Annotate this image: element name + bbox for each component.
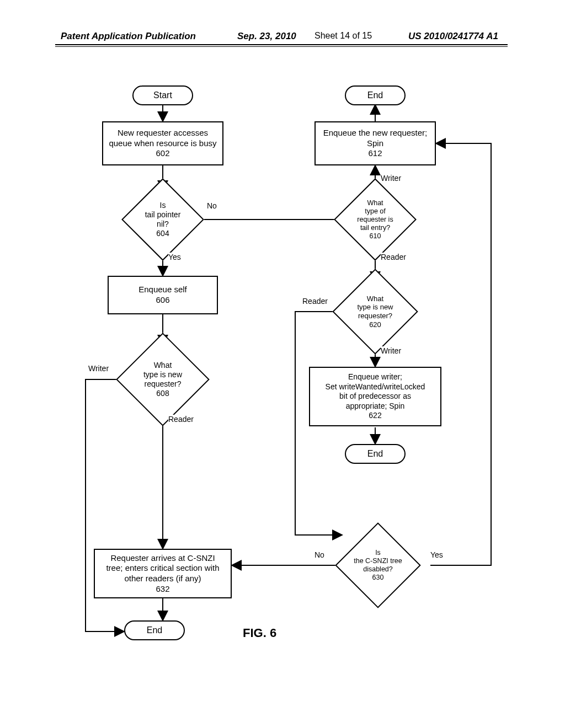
header-rule-thin [55,46,508,47]
process-606: Enqueue self 606 [108,276,218,314]
header-rule-thick [55,44,508,45]
header-pubno: US 2010/0241774 A1 [408,31,498,42]
process-622: Enqueue writer; Set writeWanted/writeLoc… [309,367,441,426]
terminator-start: Start [132,85,193,105]
decision-610-text: What type of requester is tail entry? 61… [346,190,404,249]
decision-630: Is the C-SNZI tree disabled? 630 [348,535,408,596]
edge-610-writer: Writer [381,174,401,183]
decision-604-text: Is tail pointer nil? 604 [134,190,192,249]
decision-620-text: What type is new requester? 620 [345,281,406,342]
edge-620-reader: Reader [302,297,328,306]
edge-630-yes: Yes [430,550,443,559]
end-top-label: End [367,90,383,100]
terminator-end-mid: End [345,444,406,464]
start-label: Start [153,90,172,100]
edge-630-no: No [315,550,324,559]
edge-608-reader: Reader [168,415,194,424]
edge-604-yes: Yes [168,253,181,261]
decision-608: What type is new requester? 608 [130,346,196,413]
decision-610: What type of requester is tail entry? 61… [346,190,404,249]
decision-630-text: Is the C-SNZI tree disabled? 630 [348,535,408,596]
header-left: Patent Application Publication [61,31,196,42]
edge-620-writer: Writer [381,346,401,355]
process-612: Enqueue the new requester; Spin 612 [315,121,436,165]
edge-608-writer: Writer [88,364,109,373]
header-date: Sep. 23, 2010 [237,31,296,42]
figure-label: FIG. 6 [243,626,276,640]
edge-604-no: No [207,201,217,210]
flowchart: Start New requester accesses queue when … [66,83,502,667]
terminator-end-top: End [345,85,406,105]
decision-608-text: What type is new requester? 608 [130,346,196,413]
header-sheet: Sheet 14 of 15 [315,31,372,41]
end-mid-label: End [367,449,383,459]
process-602: New requester accesses queue when resour… [102,121,223,165]
edge-610-reader: Reader [381,253,406,261]
end-bottom-label: End [147,625,162,635]
process-632: Requester arrives at C-SNZI tree; enters… [94,549,232,598]
decision-604: Is tail pointer nil? 604 [134,190,192,249]
decision-620: What type is new requester? 620 [345,281,406,342]
terminator-end-bottom: End [124,620,185,640]
